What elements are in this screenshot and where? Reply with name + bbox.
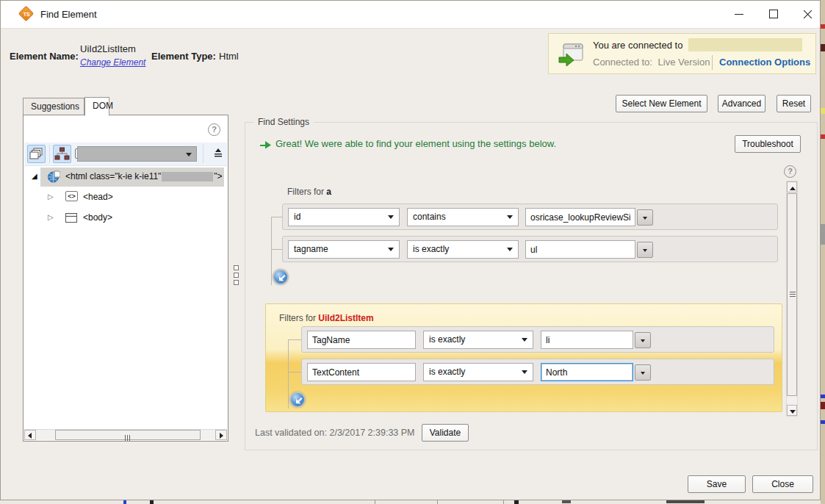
element-type-label: Element Type: — [151, 51, 216, 62]
screen: TS Find Element Element Name: UiId2ListI… — [0, 0, 825, 504]
filter-row-tagname-target: is exactly — [301, 326, 774, 353]
tree-view-button[interactable] — [53, 145, 71, 163]
tree-row-body[interactable]: ▷ <body> — [24, 208, 227, 228]
expander-expanded-icon[interactable]: ◢ — [32, 172, 37, 180]
connection-name-redacted — [688, 38, 802, 51]
chevron-down-icon — [522, 370, 527, 374]
chevron-down-icon — [388, 215, 394, 219]
value-dropdown-button[interactable] — [635, 364, 651, 381]
success-arrow-icon — [259, 139, 272, 149]
chevron-down-icon — [507, 248, 513, 251]
cascade-view-button[interactable] — [27, 145, 46, 163]
filter-value-input[interactable] — [525, 208, 635, 226]
value-dropdown-button[interactable] — [635, 332, 651, 348]
code-icon: <> — [65, 191, 78, 201]
add-filter-orb-button[interactable] — [273, 269, 289, 285]
maximize-button[interactable] — [761, 2, 786, 24]
redacted-attribute — [162, 172, 213, 181]
operator-dropdown[interactable]: contains — [407, 208, 519, 226]
field-input[interactable] — [307, 331, 416, 349]
element-name-value: UiId2ListItem — [80, 43, 136, 54]
panel-splitter-handle[interactable] — [234, 265, 239, 287]
scroll-up-button[interactable] — [787, 181, 797, 192]
tree-row-head[interactable]: ▷ <> <head> — [24, 187, 227, 208]
value-dropdown-button[interactable] — [637, 242, 653, 258]
dom-filter-combobox[interactable] — [77, 146, 197, 162]
connection-divider — [712, 55, 713, 70]
change-element-link[interactable]: Change Element — [80, 57, 145, 68]
filters-target-box: Filters for UiId2ListItem is exactly is … — [265, 303, 782, 412]
element-type-value: Html — [219, 51, 239, 62]
connection-options-link[interactable]: Connection Options — [719, 57, 810, 68]
advanced-button[interactable]: Advanced — [718, 95, 765, 112]
connected-to-text: Connected to: Live Version — [593, 57, 710, 68]
find-settings-help-icon[interactable]: ? — [784, 165, 796, 178]
select-new-element-button[interactable]: Select New Element — [616, 95, 707, 112]
tree-node-label: <head> — [83, 192, 113, 202]
filter-connector-stub — [271, 249, 282, 250]
value-dropdown-button[interactable] — [637, 209, 653, 226]
horizontal-scrollbar[interactable] — [24, 429, 227, 440]
expander-collapsed-icon[interactable]: ▷ — [48, 213, 54, 221]
filters-target-label: Filters for UiId2ListItem — [279, 313, 374, 323]
save-button[interactable]: Save — [688, 475, 746, 493]
filter-value-input[interactable] — [541, 331, 633, 349]
chevron-down-icon — [388, 248, 394, 251]
connected-to-label: Connected to: — [593, 57, 652, 68]
filter-connector-line — [288, 339, 289, 408]
tab-dom[interactable]: DOM — [84, 97, 109, 116]
scroll-right-button[interactable] — [215, 430, 227, 440]
filter-row-textcontent-target: is exactly — [301, 359, 774, 385]
filter-row-tagname: tagname is exactly — [282, 236, 778, 262]
find-settings-label: Find Settings — [253, 117, 314, 127]
toolbar-separator — [203, 145, 203, 163]
chevron-down-icon — [641, 372, 645, 375]
connection-status-panel: You are connected to Connected to: Live … — [548, 33, 816, 74]
org-tree-icon — [54, 145, 71, 162]
collapse-all-icon[interactable] — [214, 147, 223, 160]
dom-tree: ◢ <html class="k-ie k-ie11""> ▷ <> <head… — [24, 167, 227, 228]
scroll-down-button[interactable] — [787, 405, 797, 416]
tree-node-label: <body> — [83, 212, 112, 223]
chevron-down-icon — [186, 153, 192, 156]
vertical-scrollbar[interactable] — [786, 181, 798, 417]
filter-connector-line — [271, 217, 272, 285]
find-element-dialog: TS Find Element Element Name: UiId2ListI… — [0, 0, 821, 500]
last-validated-text: Last validated on: 2/3/2017 2:39:33 PM — [255, 428, 415, 438]
close-window-button[interactable] — [795, 2, 820, 24]
cascade-windows-icon — [28, 145, 45, 162]
window-icon — [65, 213, 77, 223]
tab-suggestions[interactable]: Suggestions — [23, 98, 84, 115]
field-dropdown[interactable]: id — [288, 208, 400, 226]
validate-button[interactable]: Validate — [422, 424, 469, 442]
minimize-button[interactable] — [727, 2, 752, 24]
add-filter-orb-button[interactable] — [289, 392, 306, 408]
reset-button[interactable]: Reset — [777, 95, 811, 112]
connected-to-value: Live Version — [658, 57, 710, 68]
close-button[interactable]: Close — [752, 475, 813, 493]
chevron-down-icon — [507, 215, 513, 219]
scroll-left-button[interactable] — [24, 430, 36, 440]
dom-toolbar: <> — [24, 143, 227, 166]
filters-parent-label: Filters for a — [287, 187, 331, 197]
field-input[interactable] — [307, 363, 416, 381]
filter-value-input[interactable] — [525, 240, 635, 259]
chevron-down-icon — [522, 338, 527, 342]
tree-row-html[interactable]: ◢ <html class="k-ie k-ie11""> — [24, 167, 227, 187]
expander-collapsed-icon[interactable]: ▷ — [48, 192, 54, 201]
background-app-bottom-sliver — [0, 500, 821, 504]
filter-connector-stub — [271, 217, 282, 217]
dom-help-icon[interactable]: ? — [208, 123, 220, 136]
filter-connector-stub — [288, 372, 301, 372]
field-dropdown[interactable]: tagname — [288, 240, 400, 259]
filter-value-input-focused[interactable] — [541, 363, 633, 381]
horizontal-scroll-thumb[interactable] — [55, 430, 201, 440]
troubleshoot-button[interactable]: Troubleshoot — [735, 135, 801, 153]
operator-dropdown[interactable]: is exactly — [423, 331, 533, 349]
toolbar-separator — [49, 145, 50, 163]
operator-dropdown[interactable]: is exactly — [423, 363, 533, 381]
filter-connector-stub — [288, 339, 301, 340]
vertical-scroll-thumb[interactable] — [787, 193, 797, 396]
window-title: Find Element — [40, 9, 97, 20]
operator-dropdown[interactable]: is exactly — [407, 240, 519, 259]
